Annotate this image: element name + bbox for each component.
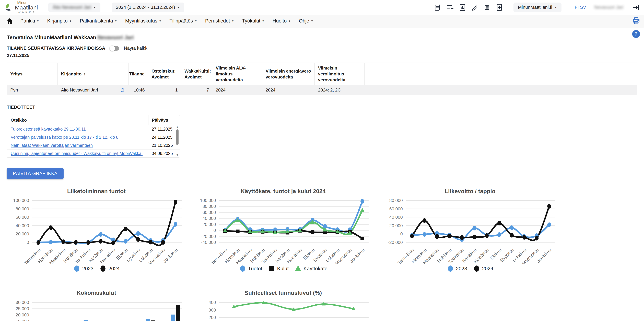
table-cell: 1 (148, 88, 181, 93)
column-header[interactable]: Kirjanpito↑ (58, 63, 116, 85)
main-content: Tervetuloa MinunMaatilani Wakkaan Nevavu… (0, 34, 644, 321)
scroll-up-icon[interactable]: ▲ (176, 126, 179, 128)
news-link[interactable]: Tulorekisterissä käyttökatko 29.11-30.11 (11, 127, 86, 132)
sort-asc-icon: ↑ (84, 71, 86, 76)
legend-marker-circle (473, 264, 480, 273)
column-header-filler (364, 63, 637, 85)
update-graphics-button[interactable]: PÄIVITÄ GRAFIIKKA (7, 168, 64, 179)
column-header: Tilanne (129, 63, 148, 85)
table-cell: Pyrri (7, 88, 58, 93)
chevron-down-icon: ▼ (554, 6, 557, 9)
column-header: Viimeisin ALV-ilmoitus verokaudelta (212, 63, 262, 85)
nav-item-label: Työkalut (242, 18, 260, 24)
scrollbar-thumb[interactable] (176, 130, 178, 145)
quick-action-icons (434, 4, 503, 11)
news-date: 24.11.2025 (148, 135, 175, 140)
nav-item-myyntilaskutus[interactable]: Myyntilaskutus▼ (125, 18, 161, 24)
column-header: Viimeisin energiavero verovuodelta (262, 63, 315, 85)
column-header-label: Yritys (10, 71, 22, 77)
chart-canvas[interactable]: -40 000-20 000020 00040 00060 00080 0001… (194, 196, 373, 264)
chart-legend: 20232024 (7, 264, 186, 273)
list-item: Tulorekisterissä käyttökatko 29.11-30.11… (7, 125, 180, 133)
nav-item-huolto[interactable]: Huolto▼ (272, 18, 291, 24)
refresh-button[interactable] (119, 87, 126, 93)
nav-item-ohje[interactable]: Ohje▼ (299, 18, 313, 24)
logout-icon (632, 4, 640, 11)
y-axis-label: 400 (209, 300, 216, 305)
column-header-label: Viimeisin veroilmoitus verovuodelta (318, 65, 361, 83)
app-logo: Minun Maatilani WAKKA (5, 1, 38, 14)
nav-item-palkanlaskenta[interactable]: Palkanlaskenta▼ (80, 18, 117, 24)
y-axis-label: 20 000 (389, 223, 403, 228)
chevron-down-icon: ▼ (288, 20, 291, 22)
news-link[interactable]: Näin lataat Wakkaan verottajan varmentee… (11, 143, 93, 148)
receipt-icon[interactable] (483, 4, 491, 11)
news-date: 04.06.2025 (148, 151, 175, 156)
page-title: Tervetuloa MinunMaatilani Wakkaan Nevavu… (7, 34, 637, 40)
legend-label: Kulut (277, 266, 288, 272)
legend-label: Tuotot (248, 266, 262, 272)
legend-item: Kulut (268, 264, 288, 273)
print-button[interactable] (632, 17, 640, 25)
chart-kokonaiskulut: Kokonaiskulut05 00010 00015 00020 00025 … (7, 290, 186, 321)
legend-label: 2023 (82, 266, 94, 272)
news-link[interactable]: Uusi nimi, laajentuneet ominaisuudet - W… (11, 151, 142, 156)
chart-suhteelliset-tunnusluvut: Suhteelliset tunnusluvut (%)010020030040… (194, 290, 373, 321)
period-dropdown[interactable]: 2024 (1.1.2024 - 31.12.2024) ▼ (112, 2, 184, 12)
logout-button[interactable] (632, 4, 640, 11)
chevron-down-icon: ▼ (94, 6, 96, 9)
report-icon[interactable] (458, 4, 466, 11)
y-axis-label: 0 (400, 232, 403, 236)
document-add-icon[interactable] (496, 4, 503, 11)
chart-canvas[interactable]: 020 00040 00060 00080 000100 000Tammikuu… (7, 196, 186, 264)
chart-canvas[interactable]: -20 000020 00040 00060 00080 000Tammikuu… (380, 196, 560, 264)
column-header-label: Kirjanpito (61, 71, 82, 77)
nav-item-label: Palkanlaskenta (80, 18, 113, 24)
series-line-2023 (38, 224, 176, 243)
logo-line2: Maatilani (15, 4, 38, 10)
y-axis-label: 60 000 (16, 214, 29, 220)
nav-item-kirjanpito[interactable]: Kirjanpito▼ (47, 18, 72, 24)
language-switch[interactable]: FI SV (575, 5, 586, 10)
account-dropdown-label: Äito Nevavuori Jari (53, 5, 91, 10)
nav-item-työkalut[interactable]: Työkalut▼ (242, 18, 264, 24)
news-col-date: Päiväys (148, 115, 175, 125)
news-link[interactable]: Verottajan palvelussa katko pe 28.11 klo… (11, 135, 118, 140)
table-cell: Äito Nevavuori Jari (58, 88, 116, 93)
chart-canvas[interactable]: 010020030040020202021202220232024 (194, 298, 373, 321)
account-dropdown[interactable]: Äito Nevavuori Jari ▼ (48, 2, 100, 12)
x-axis-label: Syyskuu (126, 247, 141, 263)
y-axis-label: 40 000 (389, 214, 403, 220)
journal-add-icon[interactable] (434, 4, 442, 11)
nav-item-tilinpäätös[interactable]: Tilinpäätös▼ (170, 18, 197, 24)
news-date: 27.11.2025 (148, 127, 175, 132)
legend-marker-triangle (294, 264, 302, 273)
chevron-down-icon: ▼ (232, 20, 234, 22)
chevron-down-icon: ▼ (37, 20, 39, 22)
news-title-cell: Verottajan palvelussa katko pe 28.11 klo… (7, 135, 148, 140)
show-all-toggle[interactable] (110, 46, 119, 50)
portal-dropdown[interactable]: MinunMaatilani.fi ▼ (514, 2, 561, 12)
legend-label: Käyttökate (304, 266, 328, 272)
chart-canvas[interactable]: 05 00010 00015 00020 00025 00030 000Tamm… (7, 298, 186, 321)
chart-legend: TuototKulutKäyttökate (194, 264, 373, 273)
scroll-down-icon[interactable]: ▼ (176, 154, 179, 156)
legend-item: Tuotot (239, 264, 262, 273)
charts-row-1: Liiketoiminnan tuotot020 00040 00060 000… (7, 188, 637, 273)
home-button[interactable] (6, 18, 13, 24)
column-header (116, 63, 129, 85)
edit-icon[interactable] (471, 4, 479, 11)
y-axis-label: 20 000 (16, 312, 29, 318)
period-dropdown-label: 2024 (1.1.2024 - 31.12.2024) (116, 5, 175, 10)
nav-item-pankki[interactable]: Pankki▼ (20, 18, 39, 24)
refresh-icon (119, 87, 126, 93)
rows-add-icon[interactable] (446, 4, 454, 11)
news-date: 21.10.2025 (148, 143, 175, 148)
y-axis-label: 80 000 (202, 204, 216, 209)
help-button[interactable]: ? (632, 30, 640, 38)
y-axis-label: 80 000 (16, 206, 29, 212)
nav-item-perustiedot[interactable]: Perustiedot▼ (205, 18, 234, 24)
column-header: Viimeisin veroilmoitus verovuodelta (315, 63, 364, 85)
nav-item-label: Ohje (299, 18, 309, 24)
nav-item-label: Myyntilaskutus (125, 18, 157, 24)
